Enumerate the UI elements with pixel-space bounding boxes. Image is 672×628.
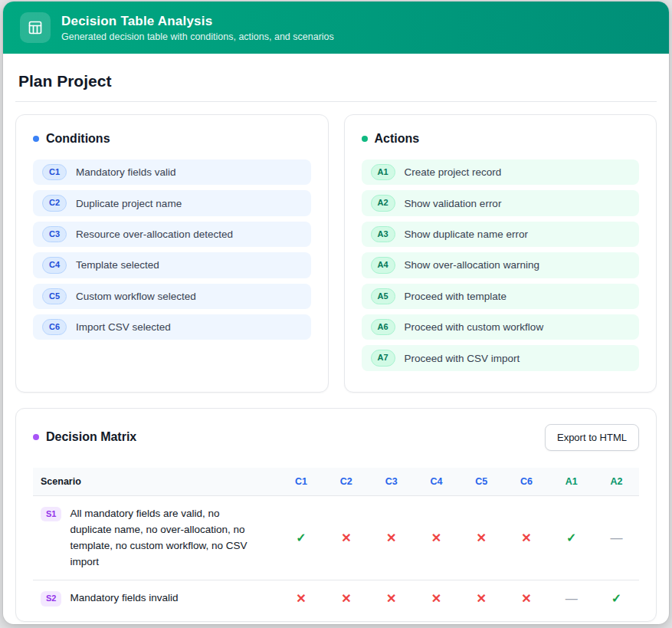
condition-id-badge: C5 [42,288,67,304]
condition-id-badge: C4 [42,257,67,273]
actions-list: A1Create project recordA2Show validation… [362,159,640,371]
matrix-value-cross: ✕ [459,495,504,580]
action-id-badge: A6 [371,319,395,335]
conditions-card-header: Conditions [33,132,311,146]
condition-label: Mandatory fields valid [76,166,176,178]
matrix-value-check: ✓ [549,495,594,580]
action-label: Show over-allocation warning [405,259,539,271]
header-text: Decision Table Analysis Generated decisi… [61,14,334,42]
matrix-column-header: A2 [594,468,639,496]
action-label: Proceed with CSV import [405,353,520,364]
condition-item: C2Duplicate project name [33,190,311,215]
matrix-value-cross: ✕ [369,495,414,580]
action-item: A3Show duplicate name error [362,222,640,247]
matrix-column-header: C5 [459,468,504,496]
divider [15,101,657,102]
action-id-badge: A3 [371,226,395,242]
cards-row: Conditions C1Mandatory fields validC2Dup… [15,114,657,393]
action-item: A4Show over-allocation warning [362,252,640,278]
condition-item: C5Custom workflow selected [33,284,311,309]
decision-matrix-title: Decision Matrix [46,430,136,444]
matrix-value-dash: — [594,495,639,580]
scenario-cell: S2Mandatory fields invalid [33,580,279,616]
condition-label: Custom workflow selected [76,291,196,302]
matrix-value-cross: ✕ [414,580,459,616]
action-label: Show duplicate name error [405,229,528,240]
condition-item: C1Mandatory fields valid [33,159,311,185]
condition-item: C4Template selected [33,252,311,278]
conditions-title: Conditions [46,132,110,146]
actions-bullet-icon [362,136,368,142]
matrix-column-header: A1 [549,468,594,496]
decision-matrix-table: ScenarioC1C2C3C4C5C6A1A2 S1All mandatory… [33,468,639,617]
decision-matrix-title-row: Decision Matrix [33,430,136,444]
action-item: A6Proceed with custom workflow [362,314,640,340]
action-id-badge: A1 [371,164,395,180]
matrix-value-check: ✓ [594,580,639,616]
matrix-value-dash: — [549,580,594,616]
action-id-badge: A5 [371,288,395,304]
matrix-value-cross: ✕ [323,580,369,616]
action-item: A1Create project record [362,159,640,185]
action-id-badge: A7 [371,350,395,366]
matrix-value-cross: ✕ [414,495,459,580]
actions-card-header: Actions [362,132,640,146]
scenario-cell: S1All mandatory fields are valid, no dup… [33,495,279,580]
action-item: A2Show validation error [362,190,640,215]
condition-item: C3Resource over-allocation detected [33,222,311,247]
condition-id-badge: C6 [42,319,67,335]
header-title: Decision Table Analysis [61,14,334,29]
matrix-header-row: ScenarioC1C2C3C4C5C6A1A2 [33,468,639,496]
decision-matrix-header: Decision Matrix Export to HTML [33,424,639,451]
action-id-badge: A4 [371,257,395,273]
matrix-column-header: C1 [279,468,324,496]
actions-title: Actions [375,132,420,146]
condition-id-badge: C1 [42,164,67,180]
matrix-column-header: C3 [369,468,414,496]
main-content: Plan Project Conditions C1Mandatory fiel… [3,54,669,624]
conditions-bullet-icon [33,136,39,142]
decision-matrix-card: Decision Matrix Export to HTML ScenarioC… [15,408,657,623]
conditions-list: C1Mandatory fields validC2Duplicate proj… [33,159,311,340]
action-item: A7Proceed with CSV import [362,345,640,370]
conditions-card: Conditions C1Mandatory fields validC2Dup… [15,114,329,393]
action-item: A5Proceed with template [362,284,640,309]
matrix-value-cross: ✕ [279,580,324,616]
decision-table-app: Decision Table Analysis Generated decisi… [3,2,669,624]
condition-id-badge: C3 [42,226,67,242]
matrix-row: S2Mandatory fields invalid✕✕✕✕✕✕—✓ [33,580,639,616]
matrix-bullet-icon [33,434,39,440]
condition-item: C6Import CSV selected [33,314,311,340]
scenario-label: All mandatory fields are valid, no dupli… [70,506,257,570]
condition-label: Template selected [76,259,159,271]
matrix-value-check: ✓ [279,495,324,580]
matrix-value-cross: ✕ [323,495,369,580]
page-title: Plan Project [18,72,654,90]
matrix-column-header: C2 [323,468,369,496]
action-id-badge: A2 [371,195,395,211]
scenario-label: Mandatory fields invalid [70,590,178,607]
action-label: Proceed with template [405,291,507,302]
matrix-row: S1All mandatory fields are valid, no dup… [33,495,639,580]
matrix-value-cross: ✕ [369,580,414,616]
matrix-value-cross: ✕ [504,495,549,580]
matrix-value-cross: ✕ [504,580,549,616]
matrix-column-header: C6 [504,468,549,496]
action-label: Show validation error [405,198,502,209]
action-label: Create project record [405,166,502,178]
table-icon [20,12,51,43]
matrix-column-header: C4 [414,468,459,496]
condition-label: Import CSV selected [76,321,171,333]
actions-card: Actions A1Create project recordA2Show va… [344,114,657,393]
condition-label: Duplicate project name [76,198,182,209]
action-label: Proceed with custom workflow [405,321,544,333]
matrix-value-cross: ✕ [459,580,504,616]
scenario-id-badge: S2 [41,591,61,606]
condition-id-badge: C2 [42,195,67,211]
export-html-button[interactable]: Export to HTML [545,424,639,451]
header-subtitle: Generated decision table with conditions… [61,31,334,42]
app-header: Decision Table Analysis Generated decisi… [3,2,669,54]
scenario-id-badge: S1 [41,507,61,521]
matrix-column-header: Scenario [33,468,279,496]
condition-label: Resource over-allocation detected [76,229,233,240]
